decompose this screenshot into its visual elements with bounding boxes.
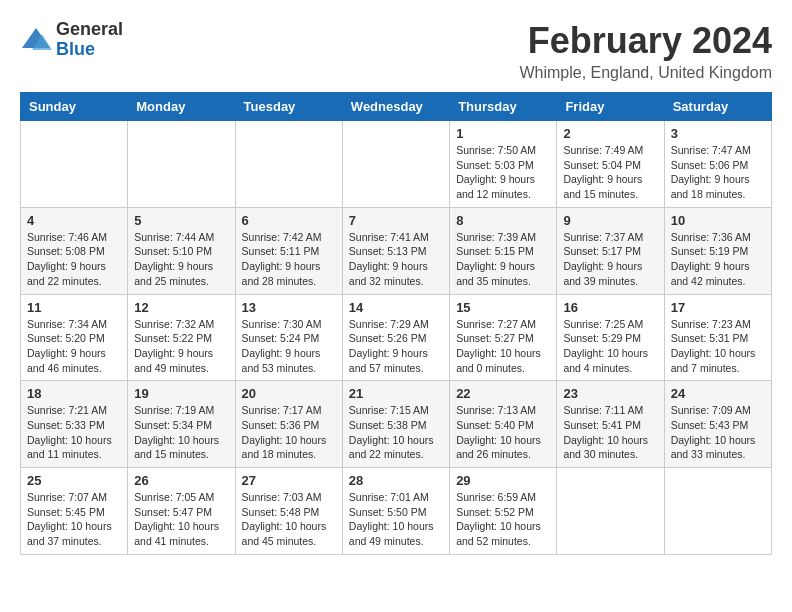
day-info: Sunrise: 7:49 AM Sunset: 5:04 PM Dayligh… [563,143,657,202]
day-info: Sunrise: 7:03 AM Sunset: 5:48 PM Dayligh… [242,490,336,549]
table-cell: 17Sunrise: 7:23 AM Sunset: 5:31 PM Dayli… [664,294,771,381]
week-row-3: 11Sunrise: 7:34 AM Sunset: 5:20 PM Dayli… [21,294,772,381]
day-number: 27 [242,473,336,488]
day-number: 28 [349,473,443,488]
day-info: Sunrise: 7:36 AM Sunset: 5:19 PM Dayligh… [671,230,765,289]
col-thursday: Thursday [450,93,557,121]
table-cell: 15Sunrise: 7:27 AM Sunset: 5:27 PM Dayli… [450,294,557,381]
day-number: 21 [349,386,443,401]
logo-blue-text: Blue [56,40,123,60]
col-sunday: Sunday [21,93,128,121]
table-cell: 29Sunrise: 6:59 AM Sunset: 5:52 PM Dayli… [450,468,557,555]
table-cell: 22Sunrise: 7:13 AM Sunset: 5:40 PM Dayli… [450,381,557,468]
month-title: February 2024 [519,20,772,62]
week-row-4: 18Sunrise: 7:21 AM Sunset: 5:33 PM Dayli… [21,381,772,468]
day-info: Sunrise: 7:25 AM Sunset: 5:29 PM Dayligh… [563,317,657,376]
day-info: Sunrise: 7:29 AM Sunset: 5:26 PM Dayligh… [349,317,443,376]
table-cell: 5Sunrise: 7:44 AM Sunset: 5:10 PM Daylig… [128,207,235,294]
day-info: Sunrise: 7:09 AM Sunset: 5:43 PM Dayligh… [671,403,765,462]
table-cell: 19Sunrise: 7:19 AM Sunset: 5:34 PM Dayli… [128,381,235,468]
title-section: February 2024 Whimple, England, United K… [519,20,772,82]
table-cell: 21Sunrise: 7:15 AM Sunset: 5:38 PM Dayli… [342,381,449,468]
table-cell [21,121,128,208]
header: General Blue February 2024 Whimple, Engl… [20,20,772,82]
day-info: Sunrise: 7:47 AM Sunset: 5:06 PM Dayligh… [671,143,765,202]
day-info: Sunrise: 7:07 AM Sunset: 5:45 PM Dayligh… [27,490,121,549]
day-number: 18 [27,386,121,401]
day-info: Sunrise: 7:19 AM Sunset: 5:34 PM Dayligh… [134,403,228,462]
day-info: Sunrise: 7:32 AM Sunset: 5:22 PM Dayligh… [134,317,228,376]
day-info: Sunrise: 7:30 AM Sunset: 5:24 PM Dayligh… [242,317,336,376]
table-cell: 14Sunrise: 7:29 AM Sunset: 5:26 PM Dayli… [342,294,449,381]
logo-icon [20,26,52,54]
table-cell: 2Sunrise: 7:49 AM Sunset: 5:04 PM Daylig… [557,121,664,208]
day-number: 25 [27,473,121,488]
day-info: Sunrise: 7:37 AM Sunset: 5:17 PM Dayligh… [563,230,657,289]
logo: General Blue [20,20,123,60]
week-row-5: 25Sunrise: 7:07 AM Sunset: 5:45 PM Dayli… [21,468,772,555]
col-tuesday: Tuesday [235,93,342,121]
table-cell: 9Sunrise: 7:37 AM Sunset: 5:17 PM Daylig… [557,207,664,294]
day-number: 13 [242,300,336,315]
day-info: Sunrise: 7:17 AM Sunset: 5:36 PM Dayligh… [242,403,336,462]
day-info: Sunrise: 7:50 AM Sunset: 5:03 PM Dayligh… [456,143,550,202]
day-number: 7 [349,213,443,228]
day-info: Sunrise: 7:21 AM Sunset: 5:33 PM Dayligh… [27,403,121,462]
day-number: 19 [134,386,228,401]
week-row-1: 1Sunrise: 7:50 AM Sunset: 5:03 PM Daylig… [21,121,772,208]
day-number: 12 [134,300,228,315]
header-row: Sunday Monday Tuesday Wednesday Thursday… [21,93,772,121]
table-cell [128,121,235,208]
day-number: 2 [563,126,657,141]
day-number: 20 [242,386,336,401]
day-number: 15 [456,300,550,315]
table-cell: 18Sunrise: 7:21 AM Sunset: 5:33 PM Dayli… [21,381,128,468]
day-number: 11 [27,300,121,315]
day-number: 26 [134,473,228,488]
table-cell: 11Sunrise: 7:34 AM Sunset: 5:20 PM Dayli… [21,294,128,381]
day-info: Sunrise: 6:59 AM Sunset: 5:52 PM Dayligh… [456,490,550,549]
day-number: 17 [671,300,765,315]
day-number: 10 [671,213,765,228]
day-info: Sunrise: 7:11 AM Sunset: 5:41 PM Dayligh… [563,403,657,462]
col-saturday: Saturday [664,93,771,121]
day-number: 5 [134,213,228,228]
day-number: 16 [563,300,657,315]
calendar-header: Sunday Monday Tuesday Wednesday Thursday… [21,93,772,121]
table-cell: 20Sunrise: 7:17 AM Sunset: 5:36 PM Dayli… [235,381,342,468]
day-number: 24 [671,386,765,401]
col-wednesday: Wednesday [342,93,449,121]
day-number: 3 [671,126,765,141]
day-number: 1 [456,126,550,141]
day-number: 14 [349,300,443,315]
table-cell: 13Sunrise: 7:30 AM Sunset: 5:24 PM Dayli… [235,294,342,381]
day-info: Sunrise: 7:13 AM Sunset: 5:40 PM Dayligh… [456,403,550,462]
col-monday: Monday [128,93,235,121]
table-cell: 6Sunrise: 7:42 AM Sunset: 5:11 PM Daylig… [235,207,342,294]
table-cell [664,468,771,555]
table-cell: 24Sunrise: 7:09 AM Sunset: 5:43 PM Dayli… [664,381,771,468]
table-cell: 25Sunrise: 7:07 AM Sunset: 5:45 PM Dayli… [21,468,128,555]
table-cell [235,121,342,208]
table-cell: 27Sunrise: 7:03 AM Sunset: 5:48 PM Dayli… [235,468,342,555]
location-subtitle: Whimple, England, United Kingdom [519,64,772,82]
logo-text: General Blue [56,20,123,60]
table-cell [342,121,449,208]
table-cell: 16Sunrise: 7:25 AM Sunset: 5:29 PM Dayli… [557,294,664,381]
day-number: 6 [242,213,336,228]
day-info: Sunrise: 7:46 AM Sunset: 5:08 PM Dayligh… [27,230,121,289]
day-info: Sunrise: 7:27 AM Sunset: 5:27 PM Dayligh… [456,317,550,376]
day-number: 4 [27,213,121,228]
day-info: Sunrise: 7:39 AM Sunset: 5:15 PM Dayligh… [456,230,550,289]
calendar-table: Sunday Monday Tuesday Wednesday Thursday… [20,92,772,555]
day-info: Sunrise: 7:34 AM Sunset: 5:20 PM Dayligh… [27,317,121,376]
table-cell: 1Sunrise: 7:50 AM Sunset: 5:03 PM Daylig… [450,121,557,208]
day-number: 8 [456,213,550,228]
table-cell: 12Sunrise: 7:32 AM Sunset: 5:22 PM Dayli… [128,294,235,381]
logo-general-text: General [56,20,123,40]
day-number: 23 [563,386,657,401]
table-cell: 4Sunrise: 7:46 AM Sunset: 5:08 PM Daylig… [21,207,128,294]
table-cell: 7Sunrise: 7:41 AM Sunset: 5:13 PM Daylig… [342,207,449,294]
col-friday: Friday [557,93,664,121]
day-number: 29 [456,473,550,488]
